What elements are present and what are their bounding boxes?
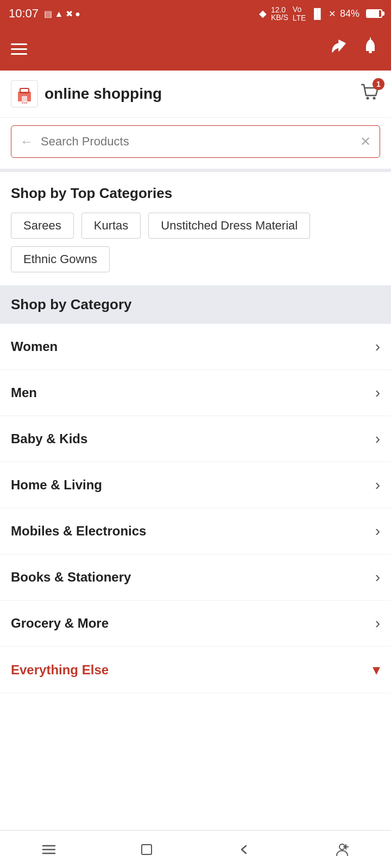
chevron-right-icon: › <box>375 384 380 401</box>
bottom-nav <box>0 830 391 868</box>
search-box: ← ✕ <box>11 125 380 158</box>
bottom-nav-home[interactable] <box>138 841 155 858</box>
status-time-area: 10:07 ▤ ▲ ✖ ● <box>9 7 80 21</box>
search-back-icon[interactable]: ← <box>20 134 33 149</box>
app-header: shop online shopping 1 <box>0 71 391 118</box>
sim-icon: ✕ <box>329 9 336 19</box>
svg-point-7 <box>367 97 369 99</box>
status-bar: 10:07 ▤ ▲ ✖ ● ◆ 12.0KB/S VoLTE ▐▌ ✕ 84% <box>0 0 391 27</box>
chevron-right-icon: › <box>375 615 380 632</box>
chevron-right-icon: › <box>375 430 380 448</box>
category-tags: SareesKurtasUnstitched Dress MaterialEth… <box>11 213 380 272</box>
category-list: Women›Men›Baby & Kids›Home & Living›Mobi… <box>0 324 391 693</box>
shop-category-title: Shop by Category <box>11 296 380 313</box>
svg-text:shop: shop <box>22 101 28 104</box>
category-list-item[interactable]: Men› <box>0 370 391 416</box>
nav-right-area <box>330 37 380 61</box>
status-time: 10:07 <box>9 7 39 21</box>
brand-name: online shopping <box>45 85 162 103</box>
top-categories-title: Shop by Top Categories <box>11 185 380 202</box>
category-item-label: Women <box>11 339 58 354</box>
brand-logo: shop <box>11 80 38 107</box>
cart-button[interactable]: 1 <box>360 81 380 107</box>
chevron-right-icon: › <box>375 569 380 586</box>
category-item-label: Home & Living <box>11 477 102 493</box>
bottom-nav-menu[interactable] <box>41 841 57 858</box>
chevron-down-icon: ▾ <box>373 661 380 679</box>
category-item-label: Grocery & More <box>11 616 109 631</box>
category-list-item[interactable]: Baby & Kids› <box>0 416 391 462</box>
category-item-label: Mobiles & Electronics <box>11 524 146 539</box>
battery-percent: 84% <box>340 8 360 20</box>
category-item-label: Everything Else <box>11 662 109 678</box>
shop-category-header: Shop by Category <box>0 285 391 324</box>
bottom-nav-profile[interactable] <box>334 841 350 858</box>
category-list-item[interactable]: Everything Else▾ <box>0 647 391 693</box>
svg-rect-0 <box>369 51 372 53</box>
top-nav <box>0 27 391 71</box>
category-list-item[interactable]: Women› <box>0 324 391 370</box>
bluetooth-icon: ◆ <box>259 8 267 20</box>
top-categories-section: Shop by Top Categories SareesKurtasUnsti… <box>0 172 391 281</box>
category-list-item[interactable]: Grocery & More› <box>0 601 391 647</box>
chevron-right-icon: › <box>375 522 380 540</box>
category-tag[interactable]: Unstitched Dress Material <box>148 213 310 239</box>
shop-by-category-section: Shop by Category Women›Men›Baby & Kids›H… <box>0 285 391 693</box>
search-clear-icon[interactable]: ✕ <box>360 134 371 149</box>
category-list-item[interactable]: Books & Stationery› <box>0 554 391 601</box>
svg-point-8 <box>373 97 376 99</box>
status-right-area: ◆ 12.0KB/S VoLTE ▐▌ ✕ 84% <box>259 5 382 22</box>
chevron-right-icon: › <box>375 476 380 494</box>
svg-rect-12 <box>142 845 152 854</box>
category-item-label: Baby & Kids <box>11 431 87 446</box>
vo-lte-icon: VoLTE <box>293 5 306 22</box>
category-tag[interactable]: Sarees <box>11 213 74 239</box>
share-icon[interactable] <box>330 37 350 61</box>
bell-icon[interactable] <box>361 37 380 61</box>
category-tag[interactable]: Kurtas <box>81 213 141 239</box>
category-item-label: Men <box>11 385 37 400</box>
battery-icon <box>366 9 382 18</box>
bottom-nav-back[interactable] <box>236 841 253 858</box>
status-icons-left: ▤ ▲ ✖ ● <box>44 9 80 19</box>
search-section: ← ✕ <box>0 118 391 172</box>
chevron-right-icon: › <box>375 338 380 355</box>
signal-icon: ▐▌ <box>310 8 324 20</box>
category-list-item[interactable]: Home & Living› <box>0 462 391 508</box>
brand-area: shop online shopping <box>11 80 162 107</box>
cart-badge: 1 <box>373 78 384 90</box>
category-list-item[interactable]: Mobiles & Electronics› <box>0 508 391 554</box>
category-item-label: Books & Stationery <box>11 570 131 585</box>
hamburger-menu[interactable] <box>11 43 27 55</box>
data-speed: 12.0KB/S <box>271 6 288 21</box>
search-input[interactable] <box>41 135 352 149</box>
category-tag[interactable]: Ethnic Gowns <box>11 246 110 272</box>
